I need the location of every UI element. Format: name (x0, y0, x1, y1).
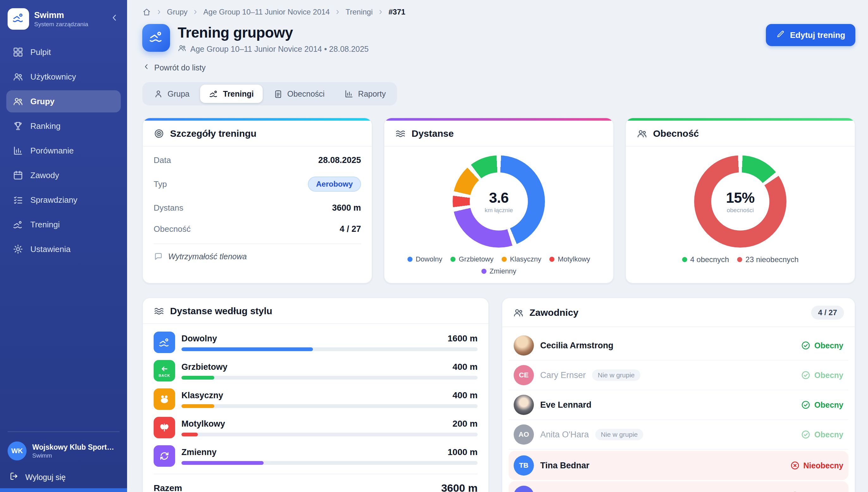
comment-icon (154, 252, 163, 261)
sidebar-footer: WK Wojskowy Klub Sportowy ... Swimm Wylo… (0, 426, 127, 492)
sidebar-item-ranking[interactable]: Ranking (6, 115, 121, 137)
card-header: Obecność (626, 121, 855, 147)
breadcrumb-item[interactable]: Treningi (346, 7, 373, 17)
sidebar-item-ustawienia[interactable]: Ustawienia (6, 238, 121, 260)
legend-label: Klasyczny (510, 255, 541, 263)
athlete-avatar (514, 335, 534, 355)
breadcrumb-item[interactable]: Grupy (167, 7, 187, 17)
page-subtitle: Age Group 10–11 Junior Novice 2014 • 28.… (178, 44, 369, 54)
sidebar-item-porownanie[interactable]: Porównanie (6, 140, 121, 162)
brand-subtitle: System zarządzania (34, 21, 88, 28)
attendance-status[interactable]: Nieobecny (790, 461, 843, 470)
sidebar-item-label: Zawody (30, 171, 59, 180)
sidebar-item-pulpit[interactable]: Pulpit (6, 41, 121, 63)
attendance-status[interactable]: Obecny (801, 341, 843, 350)
home-icon[interactable] (142, 7, 151, 17)
athlete-row[interactable]: ABArlene BoyerNieobecny (509, 481, 848, 492)
users-icon (637, 128, 647, 139)
breadcrumb: GrupyAge Group 10–11 Junior Novice 2014T… (142, 5, 855, 22)
card-title: Szczegóły treningu (170, 128, 256, 139)
tab-obecności[interactable]: Obecności (264, 84, 333, 103)
card-title: Dystanse (412, 128, 453, 139)
style-label: Zmienny (182, 447, 216, 457)
athlete-avatar: TB (514, 456, 534, 475)
legend-dot (502, 257, 507, 262)
tab-label: Raporty (358, 89, 386, 99)
legend-item: 23 nieobecnych (737, 255, 798, 264)
sidebar-item-uzytkownicy[interactable]: Użytkownicy (6, 66, 121, 88)
style-rows: Dowolny1600 mBACKGrzbietowy400 mKlasyczn… (143, 324, 488, 467)
attendance-status[interactable]: Obecny (801, 430, 843, 439)
athlete-row[interactable]: CECary ErnserNie w grupieObecny (509, 361, 848, 390)
legend-item: Klasyczny (502, 255, 541, 263)
edit-training-label: Edytuj trening (790, 30, 845, 40)
swimmer-icon (12, 11, 25, 27)
training-note-text: Wytrzymałość tlenowa (168, 252, 247, 261)
tab-grupa[interactable]: Grupa (145, 84, 198, 103)
athlete-row[interactable]: AOAnita O'HaraNie w grupieObecny (509, 420, 848, 450)
legend-item: Zmienny (482, 267, 516, 275)
swimmer-icon (154, 331, 175, 353)
attendance-status[interactable]: Obecny (801, 400, 843, 410)
legend-label: Zmienny (490, 267, 516, 275)
logout-button[interactable]: Wyloguj się (0, 465, 127, 492)
athlete-row[interactable]: Cecilia ArmstrongObecny (509, 331, 848, 361)
tab-treningi[interactable]: Treningi (200, 84, 262, 103)
detail-label: Typ (154, 179, 167, 189)
athlete-avatar: AB (514, 486, 534, 492)
legend-item: Motylkowy (549, 255, 590, 263)
chevron-right-icon (377, 8, 384, 16)
style-progress-bar (182, 404, 478, 408)
tab-raporty[interactable]: Raporty (335, 84, 395, 103)
sidebar-collapse-button[interactable] (109, 13, 119, 25)
legend-dot (737, 257, 742, 262)
attendance-status[interactable]: Obecny (801, 370, 843, 380)
donut-center: 15% obecności (711, 172, 769, 230)
x-circle-icon (790, 461, 800, 470)
athlete-row[interactable]: Eve LennardObecny (509, 390, 848, 420)
logout-icon (9, 471, 19, 483)
style-value: 400 m (453, 362, 478, 372)
athlete-name: Cecilia Armstrong (540, 341, 613, 350)
sidebar-item-treningi[interactable]: Treningi (6, 214, 121, 236)
legend-item: Grzbietowy (450, 255, 493, 263)
sidebar-item-label: Porównanie (30, 146, 74, 156)
sidebar-item-sprawdziany[interactable]: Sprawdziany (6, 189, 121, 211)
sidebar-item-label: Grupy (30, 97, 55, 106)
sidebar-item-label: Treningi (30, 220, 60, 229)
donut-center-label: km łącznie (485, 207, 513, 214)
athlete-name: Anita O'Hara (540, 430, 589, 440)
athlete-row[interactable]: TBTina BednarNieobecny (509, 451, 848, 480)
distance-chart-card: Dystanse 3.6 km łącznie DowolnyGrzbietow… (384, 118, 614, 284)
sidebar-item-grupy[interactable]: Grupy (6, 90, 121, 113)
detail-row: Obecność4 / 27 (154, 219, 361, 240)
breadcrumb-item[interactable]: Age Group 10–11 Junior Novice 2014 (203, 7, 330, 17)
main-content: GrupyAge Group 10–11 Junior Novice 2014T… (127, 0, 868, 492)
swimmer-icon (148, 29, 164, 47)
users-icon (178, 44, 187, 54)
waves-icon (154, 306, 164, 316)
backarrow-icon: BACK (154, 360, 175, 382)
detail-row: Dystans3600 m (154, 197, 361, 219)
sidebar-item-label: Użytkownicy (30, 72, 76, 82)
style-label: Klasyczny (182, 391, 223, 400)
donut-center-value: 3.6 (489, 189, 509, 206)
not-in-group-badge: Nie w grupie (595, 429, 643, 440)
back-to-list-link[interactable]: Powrót do listy (142, 63, 206, 73)
training-type-icon (142, 24, 170, 52)
clipboard-icon (274, 89, 283, 99)
tab-bar: GrupaTreningiObecnościRaporty (142, 82, 397, 105)
check-circle-icon (801, 430, 811, 439)
style-label: Dowolny (182, 334, 217, 344)
sidebar-item-label: Ustawienia (30, 244, 70, 254)
athlete-name: Arlene Boyer (540, 491, 593, 492)
training-note: Wytrzymałość tlenowa (154, 244, 361, 261)
club-account[interactable]: WK Wojskowy Klub Sportowy ... Swimm (0, 437, 127, 465)
user-icon (154, 89, 163, 99)
detail-value: 28.08.2025 (318, 155, 361, 165)
sidebar-item-zawody[interactable]: Zawody (6, 164, 121, 186)
attendance-chart-area: 15% obecności 4 obecnych23 nieobecnych (626, 147, 855, 272)
edit-training-button[interactable]: Edytuj trening (766, 24, 855, 46)
legend-dot (682, 257, 687, 262)
summary-cards: Szczegóły treningu Data28.08.2025TypAero… (142, 118, 855, 284)
